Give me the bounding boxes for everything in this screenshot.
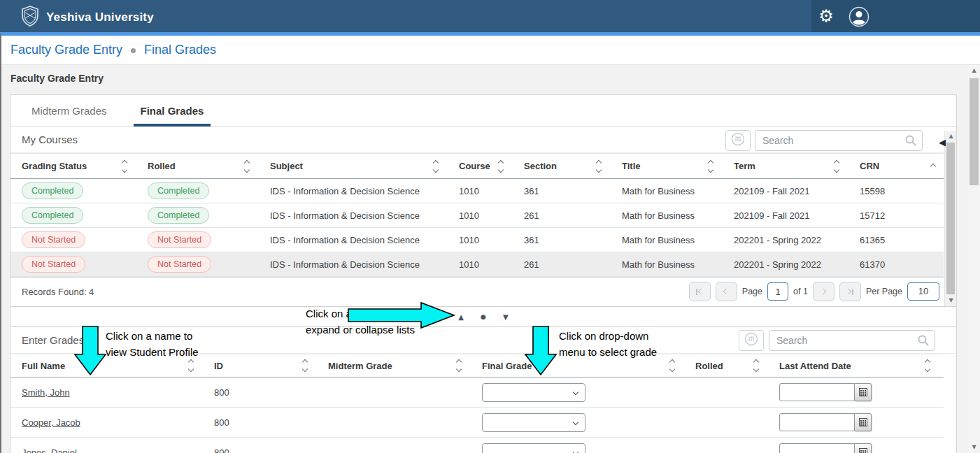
university-shield-logo-icon: [21, 6, 39, 29]
breadcrumb-separator-dot-icon: [131, 48, 136, 53]
grade-entry-panel: Midterm Grades Final Grades My Courses: [10, 94, 957, 453]
column-header-subject[interactable]: Subject: [270, 161, 459, 172]
column-header-midterm-grade[interactable]: Midterm Grade: [328, 360, 482, 371]
calendar-icon: [859, 388, 867, 396]
previous-page-button[interactable]: [716, 282, 737, 301]
sort-icon[interactable]: [754, 360, 758, 371]
calendar-button[interactable]: [855, 443, 872, 453]
sort-ascending-icon[interactable]: [931, 164, 935, 168]
breadcrumb-faculty-grade-entry[interactable]: Faculty Grade Entry: [10, 43, 122, 57]
next-page-button[interactable]: [813, 282, 835, 301]
grades-search: [769, 330, 935, 351]
breadcrumb: Faculty Grade Entry Final Grades: [0, 36, 980, 65]
sort-icon[interactable]: [122, 161, 127, 172]
final-grade-dropdown[interactable]: [482, 443, 585, 453]
column-header-final-grade[interactable]: Final Grade: [482, 360, 695, 371]
courses-search-input[interactable]: [755, 130, 923, 151]
expand-down-icon[interactable]: ▼: [503, 313, 509, 321]
final-grade-dropdown[interactable]: [482, 413, 585, 432]
column-header-title[interactable]: Title: [622, 161, 734, 172]
collapse-panel-left-icon[interactable]: ◀: [939, 137, 946, 148]
column-header-crn[interactable]: CRN: [860, 161, 944, 171]
university-brand[interactable]: Yeshiva University: [21, 6, 154, 29]
sort-icon[interactable]: [303, 360, 307, 371]
last-attend-date-input[interactable]: [779, 443, 855, 453]
gear-icon[interactable]: ⚙: [816, 5, 837, 27]
sort-icon[interactable]: [835, 161, 839, 172]
column-header-full-name[interactable]: Full Name: [22, 360, 214, 371]
top-navigation-bar: Yeshiva University ⚙: [0, 0, 980, 32]
scroll-up-icon[interactable]: ▲: [945, 131, 957, 142]
courses-scrollbar-thumb[interactable]: [946, 143, 955, 294]
grades-column-settings-button[interactable]: [739, 330, 764, 351]
course-row[interactable]: Completed Completed IDS - Information & …: [10, 179, 944, 203]
calendar-button[interactable]: [855, 413, 872, 431]
search-icon: [918, 335, 929, 346]
last-page-icon: [846, 289, 851, 294]
last-attend-date-input[interactable]: [779, 413, 855, 431]
column-settings-icon: [744, 332, 758, 349]
column-header-rolled[interactable]: Rolled: [695, 360, 779, 371]
course-title: Math for Business: [622, 210, 734, 221]
last-page-button[interactable]: [839, 282, 861, 301]
student-row: Cooper, Jacob 800: [10, 408, 944, 438]
column-header-rolled[interactable]: Rolled: [148, 161, 270, 172]
column-header-course[interactable]: Course: [459, 161, 524, 172]
sort-icon[interactable]: [925, 360, 930, 371]
per-page-selector[interactable]: 10: [907, 282, 939, 301]
annotation-right-arrow-icon: [348, 301, 456, 329]
scroll-down-icon[interactable]: ▼: [968, 442, 980, 453]
column-header-section[interactable]: Section: [524, 161, 622, 172]
final-grade-dropdown[interactable]: [482, 383, 585, 402]
rolled-status-badge: Completed: [148, 207, 209, 224]
column-header-last-attend-date[interactable]: Last Attend Date: [779, 360, 934, 371]
page-scrollbar[interactable]: ▲ ▼: [968, 65, 980, 453]
last-attend-date-input[interactable]: [779, 383, 855, 401]
grading-status-badge: Completed: [22, 207, 83, 224]
first-page-button[interactable]: [689, 282, 711, 301]
courses-table-footer: Records Found: 4 Page of 1 Per Page: [10, 277, 944, 306]
courses-scrollbar[interactable]: ▲ ▼: [944, 131, 956, 306]
rolled-status-badge: Completed: [148, 182, 209, 199]
sort-icon[interactable]: [670, 360, 674, 371]
breadcrumb-final-grades[interactable]: Final Grades: [144, 43, 216, 57]
tab-midterm-grades[interactable]: Midterm Grades: [24, 95, 114, 127]
scroll-down-icon[interactable]: ▼: [945, 295, 957, 306]
calendar-button[interactable]: [855, 383, 872, 401]
collapse-up-icon[interactable]: ▲: [458, 313, 464, 321]
page-scrollbar-thumb[interactable]: [970, 78, 979, 185]
scroll-up-icon[interactable]: ▲: [968, 65, 980, 76]
course-row[interactable]: Completed Completed IDS - Information & …: [10, 203, 944, 228]
course-row[interactable]: Not Started Not Started IDS - Informatio…: [10, 228, 944, 252]
sort-icon[interactable]: [597, 161, 601, 172]
sort-icon[interactable]: [434, 161, 438, 172]
column-header-grading-status[interactable]: Grading Status: [22, 161, 148, 172]
user-avatar-icon[interactable]: [848, 6, 869, 27]
courses-table-body: Completed Completed IDS - Information & …: [10, 179, 944, 277]
course-row[interactable]: Not Started Not Started IDS - Informatio…: [10, 252, 944, 277]
rolled-status-badge: Not Started: [148, 256, 211, 273]
sort-icon[interactable]: [245, 161, 249, 172]
courses-column-settings-button[interactable]: [725, 130, 751, 151]
grades-search-input[interactable]: [769, 330, 935, 351]
column-header-term[interactable]: Term: [734, 161, 860, 172]
splitter-dot-icon[interactable]: ●: [481, 313, 486, 320]
annotation-dropdown-grade: Click on drop-down menu to select grade: [559, 328, 657, 360]
page-number-input[interactable]: [767, 282, 788, 301]
sort-icon[interactable]: [189, 360, 193, 371]
tab-final-grades[interactable]: Final Grades: [134, 95, 211, 127]
chevron-down-icon: [573, 449, 578, 453]
my-courses-title: My Courses: [22, 134, 78, 145]
sort-icon[interactable]: [709, 161, 713, 172]
student-name-link[interactable]: Smith, John: [22, 387, 70, 398]
grading-status-badge: Completed: [22, 182, 83, 199]
student-name-link[interactable]: Cooper, Jacob: [22, 417, 80, 428]
sort-icon[interactable]: [499, 161, 503, 172]
student-name-link[interactable]: Jones, Daniel: [22, 447, 77, 453]
sort-icon[interactable]: [457, 360, 461, 371]
records-found-label: Records Found: 4: [22, 287, 94, 297]
course-number: 1010: [459, 186, 524, 196]
column-header-id[interactable]: ID: [214, 360, 328, 371]
course-crn: 15712: [860, 210, 944, 221]
annotation-down-arrow-icon: [73, 326, 107, 376]
